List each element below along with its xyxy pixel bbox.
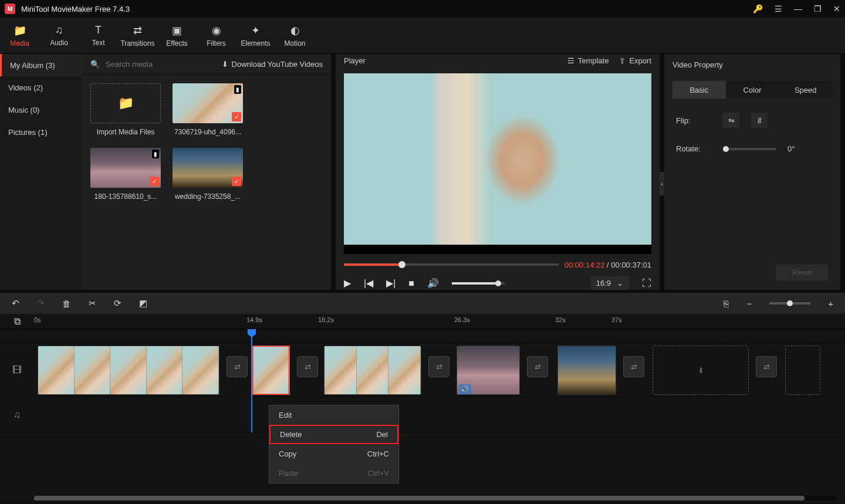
seek-bar[interactable]: 00:00:14:22 / 00:00:37:01 — [344, 259, 651, 270]
volume-slider[interactable] — [452, 282, 505, 285]
transition-slot[interactable]: ⇄ — [428, 356, 449, 377]
transition-slot[interactable]: ⇄ — [527, 356, 548, 377]
search-icon: 🔍 — [90, 60, 100, 69]
player-preview[interactable] — [344, 73, 651, 254]
sidebar-item[interactable]: Videos (2) — [0, 76, 82, 99]
transitions-icon: ⇄ — [133, 24, 142, 37]
playhead[interactable] — [251, 329, 252, 432]
clip-2-selected[interactable] — [252, 346, 290, 395]
drop-slot[interactable]: ⬇ — [653, 346, 749, 395]
reset-button[interactable]: Reset — [776, 265, 829, 280]
tab-effects[interactable]: ▣Effects — [157, 18, 197, 53]
transition-slot[interactable]: ⇄ — [227, 356, 248, 377]
tab-media[interactable]: 📁Media — [0, 18, 39, 53]
aspect-ratio-select[interactable]: 16:9 ⌄ — [590, 276, 629, 290]
sidebar-item[interactable]: Music (0) — [0, 99, 82, 121]
transition-slot[interactable]: ⇄ — [756, 356, 777, 377]
minimize-button[interactable]: — — [794, 4, 802, 13]
media-sidebar: My Album (3)Videos (2)Music (0)Pictures … — [0, 54, 82, 290]
tab-text[interactable]: TText — [79, 18, 118, 53]
download-icon: ⬇ — [222, 60, 228, 69]
fullscreen-button[interactable]: ⛶ — [642, 278, 651, 289]
download-youtube-button[interactable]: ⬇ Download YouTube Videos — [222, 60, 323, 69]
clip-1[interactable] — [38, 346, 219, 395]
search-input[interactable] — [106, 60, 216, 69]
add-track-button[interactable]: ⧉ — [0, 314, 34, 329]
template-icon: ☲ — [567, 56, 574, 65]
split-button[interactable]: ✂ — [89, 298, 96, 309]
collapse-handle[interactable]: › — [660, 172, 664, 195]
media-item[interactable]: ▮✓180-135788610_s... — [90, 148, 161, 201]
audio-lane[interactable] — [34, 397, 845, 432]
app-logo: M — [5, 4, 15, 14]
timeline-ruler[interactable]: ⧉ 0s14.9s18.2s26.3s32s37s — [0, 314, 845, 329]
player-title: Player — [344, 56, 557, 65]
ctx-delete[interactable]: DeleteDel — [269, 425, 398, 444]
timeline-scrollbar[interactable] — [34, 496, 837, 500]
property-tab-speed[interactable]: Speed — [779, 81, 832, 99]
delete-button[interactable]: 🗑 — [62, 299, 71, 309]
rotate-slider[interactable] — [723, 148, 776, 150]
property-tab-color[interactable]: Color — [726, 81, 779, 99]
audio-icon: ♫ — [55, 24, 63, 36]
undo-button[interactable]: ↶ — [12, 298, 19, 309]
video-badge: ▮ — [152, 150, 159, 158]
media-thumb[interactable]: ✓ — [173, 148, 243, 188]
media-label: 180-135788610_s... — [90, 192, 161, 201]
property-tab-basic[interactable]: Basic — [672, 81, 726, 99]
audio-track: ♫ — [0, 397, 845, 432]
export-button[interactable]: ⇪ Export — [619, 56, 651, 65]
drop-slot[interactable] — [785, 346, 820, 395]
import-thumb[interactable]: 📁 — [90, 83, 161, 123]
redo-button[interactable]: ↷ — [37, 298, 45, 309]
prev-frame-button[interactable]: |◀ — [364, 278, 373, 289]
media-thumb[interactable]: ▮✓ — [173, 83, 243, 123]
sidebar-item[interactable]: My Album (3) — [0, 54, 82, 76]
media-item[interactable]: ▮✓7306719-uhd_4096... — [173, 83, 243, 136]
flip-vertical-button[interactable]: ⥯ — [751, 113, 768, 128]
menu-icon[interactable]: ☰ — [775, 4, 782, 13]
media-icon: 📁 — [13, 24, 26, 37]
tab-elements[interactable]: ✦Elements — [236, 18, 275, 53]
folder-icon: 📁 — [118, 96, 134, 111]
key-icon[interactable]: 🔑 — [753, 4, 763, 13]
ctx-edit[interactable]: Edit — [269, 405, 398, 425]
play-button[interactable]: ▶ — [344, 278, 351, 289]
next-frame-button[interactable]: ▶| — [386, 278, 396, 289]
crop-button[interactable]: ◩ — [139, 298, 147, 309]
video-track: 🎞 ⇄ ⇄ ⇄ 🔊 ⇄ ⇄ ⬇ ⇄ — [0, 343, 845, 397]
zoom-slider[interactable] — [769, 302, 810, 305]
check-icon: ✓ — [232, 112, 241, 121]
ctx-copy[interactable]: CopyCtrl+C — [269, 444, 398, 464]
rotate-label: Rotate: — [676, 144, 711, 153]
maximize-button[interactable]: ❐ — [814, 4, 822, 13]
player-panel: Player ☲ Template ⇪ Export 00:00:14:22 /… — [336, 54, 660, 290]
speed-button[interactable]: ⟳ — [114, 298, 121, 309]
zoom-out-button[interactable]: − — [746, 299, 752, 309]
transition-slot[interactable]: ⇄ — [623, 356, 644, 377]
flip-horizontal-button[interactable]: ⇋ — [723, 113, 739, 128]
stop-button[interactable]: ■ — [408, 278, 414, 289]
tab-filters[interactable]: ◉Filters — [197, 18, 236, 53]
template-button[interactable]: ☲ Template — [567, 56, 609, 65]
close-button[interactable]: ✕ — [833, 4, 840, 13]
video-lane[interactable]: ⇄ ⇄ ⇄ 🔊 ⇄ ⇄ ⬇ ⇄ — [34, 343, 845, 397]
media-item[interactable]: 📁Import Media Files — [90, 83, 161, 136]
tab-transitions[interactable]: ⇄Transitions — [118, 18, 157, 53]
tab-audio[interactable]: ♫Audio — [39, 18, 79, 53]
volume-icon[interactable]: 🔊 — [427, 278, 439, 289]
clip-5[interactable] — [557, 346, 616, 395]
rotate-value: 0° — [787, 144, 795, 153]
ruler-mark: 18.2s — [318, 316, 334, 323]
media-thumb[interactable]: ▮✓ — [90, 148, 161, 188]
clip-4[interactable]: 🔊 — [457, 346, 520, 395]
video-track-icon: 🎞 — [0, 343, 34, 397]
timeline: ⧉ 0s14.9s18.2s26.3s32s37s 🎞 ⇄ ⇄ ⇄ 🔊 ⇄ ⇄ … — [0, 314, 845, 503]
tab-motion[interactable]: ◐Motion — [275, 18, 315, 53]
zoom-in-button[interactable]: + — [828, 299, 833, 309]
transition-slot[interactable]: ⇄ — [297, 356, 318, 377]
auto-fit-button[interactable]: ⎘ — [724, 299, 729, 309]
media-item[interactable]: ✓wedding-7335258_... — [173, 148, 243, 201]
clip-3[interactable] — [324, 346, 421, 395]
sidebar-item[interactable]: Pictures (1) — [0, 121, 82, 143]
